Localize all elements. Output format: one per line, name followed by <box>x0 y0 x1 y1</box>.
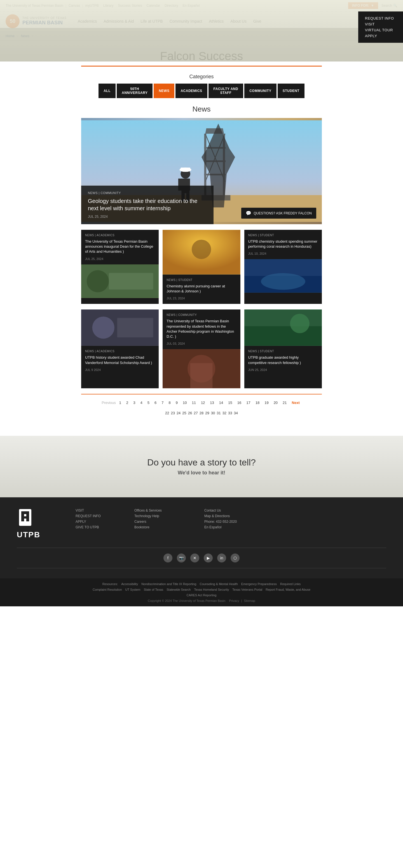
cat-academics[interactable]: ACADEMICS <box>175 84 207 98</box>
page-19[interactable]: 19 <box>263 400 270 405</box>
footer-nondiscrimination[interactable]: Nondiscrimination and Title IX Reporting <box>141 582 196 586</box>
article-card-4[interactable]: NEWS | ACADEMICS UTPB history student aw… <box>81 309 159 388</box>
page-5[interactable]: 5 <box>146 400 151 405</box>
footer-contact[interactable]: Contact Us <box>204 508 266 513</box>
footer-give[interactable]: GIVE TO UTPB <box>76 525 126 529</box>
apply-link[interactable]: APPLY <box>365 33 396 39</box>
page-27[interactable]: 27 <box>194 411 198 415</box>
footer-privacy[interactable]: Privacy <box>229 599 239 602</box>
facebook-icon[interactable]: f <box>164 554 172 562</box>
page-17[interactable]: 17 <box>244 400 252 405</box>
youtube-icon[interactable]: ▶ <box>204 554 213 562</box>
article-card-5-date: JUL 03, 2024 <box>167 342 236 345</box>
footer-homeland-security[interactable]: Texas Homeland Security <box>194 588 229 591</box>
ask-freddy-button[interactable]: 💬 QUESTIONS? ASK FREDDY FALCON <box>241 208 316 219</box>
article-card-3-content: NEWS | STUDENT UTPB chemistry student sp… <box>244 230 322 259</box>
page-25[interactable]: 25 <box>182 411 186 415</box>
footer-emergency[interactable]: Emergency Preparedness <box>241 582 277 586</box>
linkedin-icon[interactable]: in <box>217 554 226 562</box>
news-section-title: News <box>81 105 322 114</box>
page-9[interactable]: 9 <box>174 400 179 405</box>
page-26[interactable]: 26 <box>188 411 192 415</box>
page-13[interactable]: 13 <box>208 400 215 405</box>
article-card-6-title: UTPB graduate awarded highly competitive… <box>248 355 318 365</box>
page-16[interactable]: 16 <box>236 400 243 405</box>
cat-faculty[interactable]: FACULTY ANDSTAFF <box>208 84 243 98</box>
page-14[interactable]: 14 <box>218 400 225 405</box>
footer-sitemap[interactable]: Sitemap <box>244 599 255 602</box>
page-2[interactable]: 2 <box>124 400 130 405</box>
footer-ut-system[interactable]: UT System <box>125 588 141 591</box>
cat-community[interactable]: COMMUNITY <box>244 84 277 98</box>
footer-bookstore[interactable]: Bookstore <box>134 525 196 529</box>
instagram-icon[interactable]: 📷 <box>177 554 186 562</box>
footer-required-links[interactable]: Required Links <box>280 582 300 586</box>
article-card-3-title: UTPB chemistry student spending summer p… <box>248 239 318 249</box>
page-1[interactable]: 1 <box>118 400 123 405</box>
article-card-2-date: JUL 23, 2024 <box>167 297 236 300</box>
footer-map[interactable]: Map & Directions <box>204 514 266 518</box>
article-card-6[interactable]: NEWS | STUDENT UTPB graduate awarded hig… <box>244 309 322 388</box>
cat-all[interactable]: ALL <box>98 84 116 98</box>
article-card-5-content: NEWS | COMMUNITY The University of Texas… <box>163 309 240 349</box>
footer-counseling[interactable]: Counseling & Mental Health <box>200 582 238 586</box>
page-15[interactable]: 15 <box>226 400 234 405</box>
page-content: Falcon Success Categories ALL 50THANNIVE… <box>76 41 327 430</box>
page-12[interactable]: 12 <box>199 400 206 405</box>
article-card-5[interactable]: NEWS | COMMUNITY The University of Texas… <box>163 309 240 388</box>
svg-point-20 <box>87 270 109 292</box>
footer-veterans[interactable]: Texas Veterans Portal <box>232 588 262 591</box>
footer-careers[interactable]: Careers <box>134 520 196 524</box>
page-3[interactable]: 3 <box>132 400 137 405</box>
page-8[interactable]: 8 <box>167 400 172 405</box>
page-33[interactable]: 33 <box>228 411 232 415</box>
page-24[interactable]: 24 <box>177 411 180 415</box>
footer-report-fraud[interactable]: Report Fraud, Waste, and Abuse <box>266 588 310 591</box>
page-11[interactable]: 11 <box>190 400 197 405</box>
footer-offices[interactable]: Offices & Services <box>134 508 196 513</box>
footer-espanol[interactable]: En Español <box>204 525 266 529</box>
article-card-2[interactable]: NEWS | STUDENT Chemistry alumni pursuing… <box>163 230 240 304</box>
page-20[interactable]: 20 <box>272 400 279 405</box>
page-4[interactable]: 4 <box>139 400 144 405</box>
cat-student[interactable]: STUDENT <box>278 84 305 98</box>
request-info-link[interactable]: REQUEST INFO <box>365 16 396 21</box>
virtual-tour-link[interactable]: VIRTUAL TOUR <box>365 27 396 33</box>
page-34[interactable]: 34 <box>234 411 238 415</box>
visit-link[interactable]: VISIT <box>365 21 396 27</box>
page-31[interactable]: 31 <box>217 411 221 415</box>
page-21[interactable]: 21 <box>281 400 288 405</box>
svg-point-35 <box>290 314 309 333</box>
page-23[interactable]: 23 <box>171 411 175 415</box>
page-29[interactable]: 29 <box>205 411 209 415</box>
page-7[interactable]: 7 <box>160 400 165 405</box>
footer-statewide-search[interactable]: Statewide Search <box>167 588 191 591</box>
footer-state-texas[interactable]: State of Texas <box>144 588 164 591</box>
page-10[interactable]: 10 <box>181 400 188 405</box>
footer-request-info[interactable]: REQUEST INFO <box>76 514 126 518</box>
page-30[interactable]: 30 <box>211 411 215 415</box>
footer-visit[interactable]: VISIT <box>76 508 126 513</box>
twitter-x-icon[interactable]: ✕ <box>190 554 199 562</box>
footer-complaint[interactable]: Complaint Resolution <box>93 588 122 591</box>
article-card-1[interactable]: NEWS | ACADEMICS The University of Texas… <box>81 230 159 304</box>
article-card-3[interactable]: NEWS | STUDENT UTPB chemistry student sp… <box>244 230 322 304</box>
footer-apply[interactable]: APPLY <box>76 520 126 524</box>
pagination-next[interactable]: Next <box>290 400 301 405</box>
page-32[interactable]: 32 <box>223 411 226 415</box>
cat-50th[interactable]: 50THANNIVERSARY <box>117 84 152 98</box>
categories-label: Categories <box>81 74 322 80</box>
resources-label: Resources: <box>103 582 118 586</box>
categories-section: Categories ALL 50THANNIVERSARY NEWS ACAD… <box>81 74 322 98</box>
footer-accessibility[interactable]: Accessibility <box>121 582 138 586</box>
hero-article[interactable]: NEWS | COMMUNITY Geology students take t… <box>81 118 322 224</box>
page-28[interactable]: 28 <box>200 411 203 415</box>
article-card-2-title: Chemistry alumni pursuing career at John… <box>167 284 236 294</box>
page-6[interactable]: 6 <box>153 400 158 405</box>
footer-tech-help[interactable]: Technology Help <box>134 514 196 518</box>
page-22[interactable]: 22 <box>165 411 169 415</box>
page-18[interactable]: 18 <box>254 400 261 405</box>
flickr-icon[interactable]: ⬡ <box>231 554 239 562</box>
cat-news[interactable]: NEWS <box>154 84 174 98</box>
footer-cares[interactable]: CARES Act Reporting <box>187 593 217 597</box>
